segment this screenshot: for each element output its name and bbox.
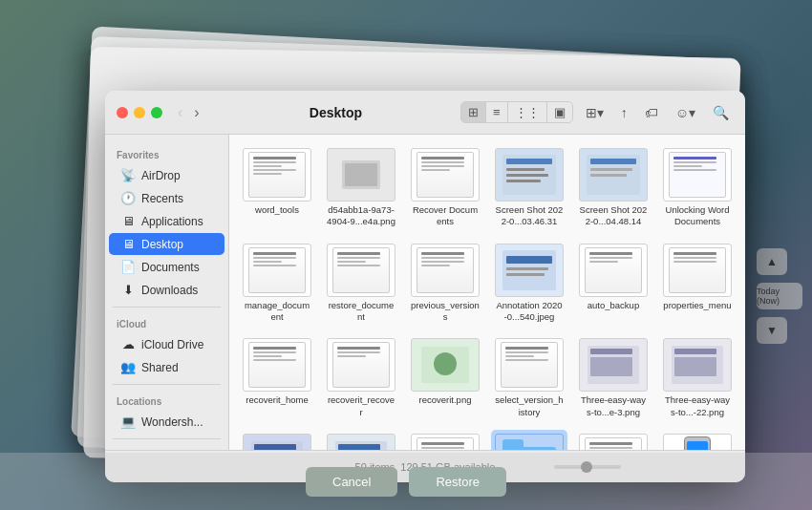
file-item[interactable]: select_version_history xyxy=(491,334,567,422)
file-item[interactable]: Unlocking Word Documents xyxy=(659,144,736,232)
file-label: auto_backup xyxy=(588,300,639,311)
minimize-button[interactable] xyxy=(134,107,145,118)
svg-rect-3 xyxy=(506,159,552,164)
sidebar-item-documents[interactable]: 📄 Documents xyxy=(109,256,224,278)
sidebar-item-label: Wondersh... xyxy=(141,415,203,429)
forward-button[interactable]: › xyxy=(190,102,203,123)
file-label: Three-easy-ways-to...-22.png xyxy=(663,394,732,418)
file-thumbnail xyxy=(327,434,395,450)
file-thumbnail xyxy=(579,434,648,450)
emoji-button[interactable]: ☺▾ xyxy=(671,102,700,123)
view-grid-button[interactable]: ⊞ xyxy=(461,102,486,122)
search-button[interactable]: 🔍 xyxy=(708,102,734,123)
maximize-button[interactable] xyxy=(151,107,162,118)
file-item[interactable]: Wondershare-Recover...rive.jpeg xyxy=(323,430,399,450)
file-preview-svg xyxy=(586,344,641,386)
file-item-recover-docs-mac[interactable]: Recover Documents Mac xyxy=(491,430,567,450)
file-thumbnail xyxy=(663,338,732,392)
file-item[interactable]: finder_gotofolder xyxy=(659,430,736,450)
file-item[interactable]: Screen Shot 2022-0...03.46.31 xyxy=(491,144,567,232)
file-item[interactable]: Three-easy-ways-to...e-3.png xyxy=(575,334,652,422)
file-item[interactable]: browse_version_menu xyxy=(407,430,483,450)
file-item[interactable]: word_tools xyxy=(239,144,315,232)
file-thumbnail xyxy=(243,434,311,450)
tag-button[interactable]: 🏷 xyxy=(640,102,663,123)
recents-icon: 🕐 xyxy=(120,191,136,205)
file-item[interactable]: Three-easy-ways-to...-22.png xyxy=(659,334,736,422)
scroll-down[interactable]: ▼ xyxy=(757,317,787,344)
file-item[interactable]: manage_document xyxy=(239,240,315,328)
sidebar-divider-3 xyxy=(113,438,221,439)
back-button[interactable]: ‹ xyxy=(174,102,186,123)
grid-container: word_tools d54abb1a-9a73-4904-9...e4a.pn… xyxy=(239,144,736,450)
sidebar-item-label: AirDrop xyxy=(141,169,181,182)
window-title: Desktop xyxy=(211,105,460,120)
file-label: recoverit_recover xyxy=(327,394,395,418)
view-gallery-button[interactable]: ▣ xyxy=(547,102,572,122)
svg-rect-9 xyxy=(590,168,632,171)
file-preview-svg xyxy=(670,344,725,386)
svg-rect-6 xyxy=(506,180,541,182)
file-label: Annotation 2020-0...540.jpeg xyxy=(495,300,564,324)
folder-back xyxy=(502,447,556,450)
file-item[interactable]: version_history xyxy=(239,430,315,450)
file-label: select_version_history xyxy=(495,394,564,418)
sidebar-divider-2 xyxy=(113,384,221,385)
scroll-up[interactable]: ▲ xyxy=(757,248,787,275)
file-item[interactable]: recoverit_home xyxy=(239,334,315,422)
file-item[interactable]: recoverit.png xyxy=(407,334,483,422)
svg-rect-18 xyxy=(590,349,632,354)
file-label: Unlocking Word Documents xyxy=(663,204,732,228)
sidebar-item-downloads[interactable]: ⬇ Downloads xyxy=(109,279,224,301)
icloud-label: iCloud xyxy=(105,313,228,332)
file-item[interactable]: restore_document xyxy=(323,240,399,328)
sidebar-item-icloud[interactable]: ☁ iCloud Drive xyxy=(109,333,224,355)
file-item[interactable]: previous_versions xyxy=(407,240,483,328)
file-item[interactable]: d54abb1a-9a73-4904-9...e4a.png xyxy=(323,144,399,232)
view-columns-button[interactable]: ⋮⋮ xyxy=(508,102,547,122)
finder-window: ‹ › Desktop ⊞ ≡ ⋮⋮ ▣ ⊞▾ ↑ 🏷 ☺▾ 🔍 Favorit… xyxy=(105,91,745,482)
file-item[interactable]: auto_backup xyxy=(575,240,652,328)
file-label: Recover Documents xyxy=(411,204,480,228)
file-label: word_tools xyxy=(255,204,299,216)
file-item[interactable]: properties_menu xyxy=(659,240,736,328)
share-button[interactable]: ↑ xyxy=(616,102,632,123)
file-label: Three-easy-ways-to...e-3.png xyxy=(579,394,648,418)
desktop-icon: 🖥 xyxy=(120,237,136,251)
sidebar-item-applications[interactable]: 🖥 Applications xyxy=(109,210,224,232)
file-label: restore_document xyxy=(327,300,395,324)
right-badges: ▲ Today (Now) ▼ xyxy=(757,248,802,344)
svg-rect-8 xyxy=(590,159,636,164)
title-bar: ‹ › Desktop ⊞ ≡ ⋮⋮ ▣ ⊞▾ ↑ 🏷 ☺▾ 🔍 xyxy=(105,91,745,135)
file-thumbnail xyxy=(243,244,311,297)
sidebar-item-desktop[interactable]: 🖥 Desktop xyxy=(109,233,224,255)
file-item[interactable]: version_history_mac xyxy=(575,430,652,450)
file-item[interactable]: Screen Shot 2022-0...04.48.14 xyxy=(575,144,652,232)
sidebar-item-label: Desktop xyxy=(141,238,183,251)
view-options-button[interactable]: ⊞▾ xyxy=(581,102,609,123)
sidebar-item-recents[interactable]: 🕐 Recents xyxy=(109,187,224,209)
sidebar-item-label: iCloud Drive xyxy=(141,338,203,351)
wondershare-icon: 💻 xyxy=(120,414,136,429)
svg-rect-10 xyxy=(590,174,627,177)
file-thumbnail xyxy=(495,148,564,202)
svg-rect-22 xyxy=(674,357,716,376)
documents-icon: 📄 xyxy=(120,260,136,274)
file-thumbnail xyxy=(495,434,564,450)
sidebar-item-airdrop[interactable]: 📡 AirDrop xyxy=(109,164,224,186)
today-now-label: Today (Now) xyxy=(757,283,802,309)
bottom-bar: Cancel Restore xyxy=(0,453,812,510)
close-button[interactable] xyxy=(117,107,128,118)
cancel-button[interactable]: Cancel xyxy=(306,467,397,497)
svg-rect-12 xyxy=(506,256,552,264)
sidebar-item-label: Applications xyxy=(141,215,203,228)
file-item[interactable]: Annotation 2020-0...540.jpeg xyxy=(491,240,567,328)
view-list-button[interactable]: ≡ xyxy=(486,102,508,122)
restore-button[interactable]: Restore xyxy=(409,467,506,497)
favorites-label: Favorites xyxy=(105,144,228,163)
sidebar-item-shared[interactable]: 👥 Shared xyxy=(109,356,224,378)
file-item[interactable]: Recover Documents xyxy=(407,144,483,232)
file-item[interactable]: recoverit_recover xyxy=(323,334,399,422)
file-thumbnail xyxy=(411,434,480,450)
sidebar-item-wondershare[interactable]: 💻 Wondersh... xyxy=(109,411,224,433)
